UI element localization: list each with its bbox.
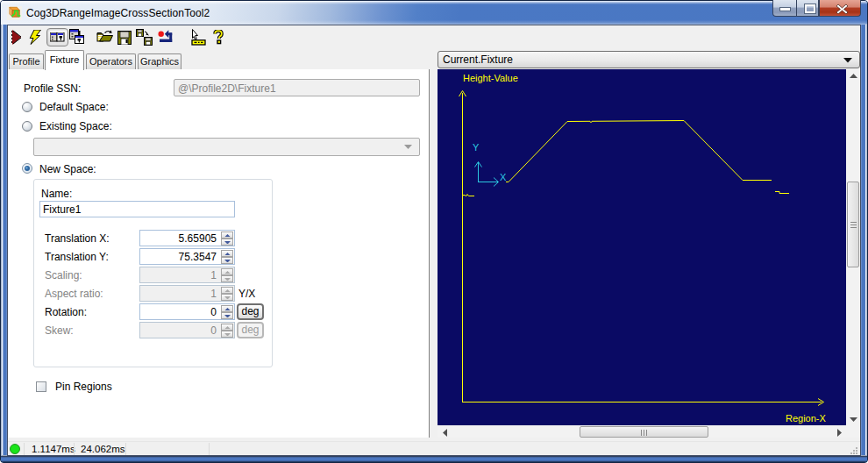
svg-text:Y: Y bbox=[473, 142, 480, 153]
svg-text:Height-Value: Height-Value bbox=[463, 73, 518, 83]
svg-text:X: X bbox=[500, 172, 507, 182]
svg-text:Region-X: Region-X bbox=[786, 413, 827, 424]
